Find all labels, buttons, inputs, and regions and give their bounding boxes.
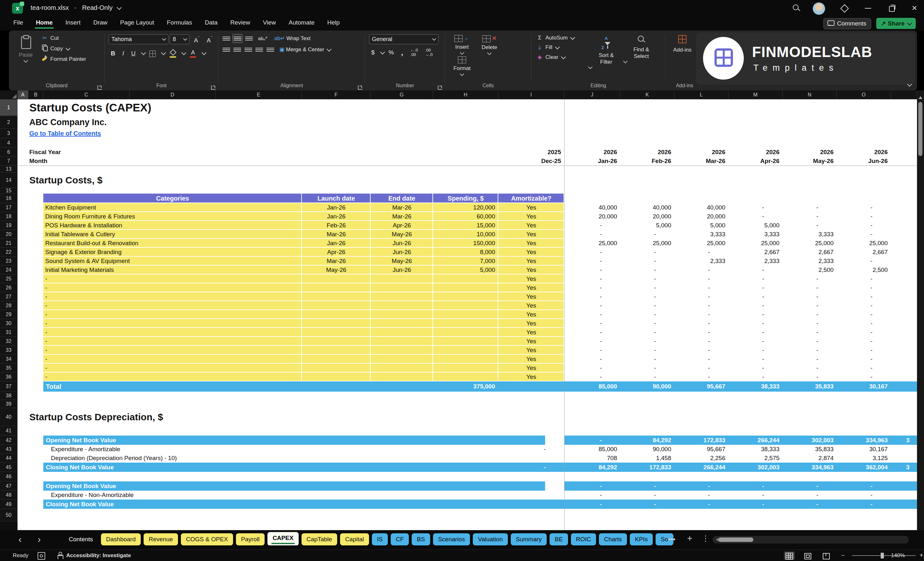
font-name-select[interactable]: Tahoma bbox=[109, 34, 168, 44]
wrap-text-button[interactable]: ab↵ Wrap Text bbox=[272, 34, 314, 43]
increase-indent-icon[interactable] bbox=[266, 45, 275, 54]
ribbon-tab-formulas[interactable]: Formulas bbox=[162, 16, 197, 28]
column-header-H[interactable]: H bbox=[433, 90, 498, 99]
normal-view-button[interactable] bbox=[784, 552, 795, 560]
align-bottom-icon[interactable] bbox=[244, 34, 254, 43]
sheet-tab-dashboard[interactable]: Dashboard bbox=[101, 533, 141, 545]
scroll-left-icon[interactable] bbox=[714, 538, 718, 542]
ribbon-tab-automate[interactable]: Automate bbox=[284, 16, 320, 28]
sheet-tab-cf[interactable]: CF bbox=[391, 533, 409, 545]
sheet-tab-payroll[interactable]: Payroll bbox=[236, 533, 265, 545]
sheet-tab-captable[interactable]: CapTable bbox=[302, 533, 337, 545]
next-sheet-icon[interactable]: › bbox=[38, 534, 41, 545]
select-all-corner[interactable] bbox=[0, 90, 18, 100]
alignment-dialog-launcher[interactable] bbox=[358, 86, 362, 90]
increase-font-icon[interactable]: Aˆ bbox=[191, 34, 202, 45]
row-header-43[interactable]: 43 bbox=[0, 445, 18, 454]
column-header-I[interactable]: I bbox=[498, 90, 564, 99]
copy-button[interactable]: Copy bbox=[39, 43, 87, 54]
row-header-20[interactable]: 20 bbox=[0, 230, 18, 239]
underline-button[interactable]: U bbox=[128, 49, 138, 58]
decrease-decimal-button[interactable]: .00→.0 bbox=[422, 47, 436, 58]
row-header-48[interactable]: 48 bbox=[0, 490, 18, 500]
accessibility-status[interactable]: Accessibility: Investigate bbox=[66, 552, 131, 559]
row-header-30[interactable]: 30 bbox=[0, 319, 18, 328]
sheet-tab-roic[interactable]: ROIC bbox=[571, 533, 596, 545]
row-header-29[interactable]: 29 bbox=[0, 310, 18, 319]
column-header-M[interactable]: M bbox=[729, 90, 783, 99]
autosum-button[interactable]: ΣAutoSum bbox=[535, 33, 589, 43]
borders-button[interactable] bbox=[147, 49, 159, 58]
paste-button[interactable]: Paste bbox=[12, 33, 39, 62]
row-header-37[interactable]: 37 bbox=[0, 381, 18, 392]
row-header-32[interactable]: 32 bbox=[0, 337, 18, 346]
row-header-40[interactable]: 40 bbox=[0, 408, 18, 426]
sheet-tab-summary[interactable]: Summary bbox=[511, 533, 547, 545]
addins-button[interactable]: Add-ins bbox=[669, 33, 696, 53]
format-painter-button[interactable]: Format Painter bbox=[39, 54, 87, 64]
sort-filter-button[interactable]: AZ Sort &Filter bbox=[589, 33, 624, 69]
row-header-2[interactable]: 2 bbox=[0, 116, 18, 129]
column-header-O[interactable]: O bbox=[837, 90, 891, 99]
orientation-icon[interactable]: ab⤢ bbox=[255, 34, 270, 43]
row-header-47[interactable]: 47 bbox=[0, 482, 18, 490]
row-header-18[interactable]: 18 bbox=[0, 212, 18, 221]
row-header-6[interactable]: 6 bbox=[0, 148, 18, 157]
new-sheet-icon[interactable]: + bbox=[687, 533, 692, 543]
fill-color-button[interactable] bbox=[167, 48, 179, 59]
percent-style-button[interactable]: % bbox=[386, 48, 397, 57]
search-icon[interactable] bbox=[792, 3, 802, 14]
row-header-42[interactable]: 42 bbox=[0, 435, 18, 445]
chevron-down-icon[interactable] bbox=[117, 5, 122, 10]
ribbon-tab-data[interactable]: Data bbox=[200, 16, 222, 28]
clipboard-dialog-launcher[interactable] bbox=[98, 86, 102, 90]
row-header-1[interactable]: 1 bbox=[0, 99, 18, 116]
row-header-25[interactable]: 25 bbox=[0, 274, 18, 284]
row-header-4[interactable]: 4 bbox=[0, 138, 18, 148]
column-header-partial[interactable] bbox=[891, 90, 917, 99]
scroll-up-icon[interactable] bbox=[919, 94, 922, 99]
sheet-tab-capital[interactable]: Capital bbox=[340, 533, 369, 545]
row-header-24[interactable]: 24 bbox=[0, 266, 18, 274]
toc-link[interactable]: Go to Table of Contents bbox=[29, 129, 189, 138]
align-middle-icon[interactable] bbox=[232, 34, 243, 43]
zoom-level[interactable]: 140% bbox=[891, 552, 905, 559]
sheet-tab-is[interactable]: IS bbox=[372, 533, 388, 545]
avatar[interactable] bbox=[813, 2, 825, 15]
row-header-17[interactable]: 17 bbox=[0, 203, 18, 212]
row-header-49[interactable]: 49 bbox=[0, 500, 18, 509]
sheet-tab-be[interactable]: BE bbox=[549, 533, 568, 545]
sheet-options-icon[interactable]: ⋮ bbox=[702, 534, 710, 543]
format-cells-button[interactable]: Format bbox=[448, 54, 476, 75]
decrease-font-icon[interactable]: Aˇ bbox=[204, 34, 215, 45]
bold-button[interactable]: B bbox=[108, 49, 118, 58]
align-right-icon[interactable] bbox=[244, 45, 253, 54]
clear-button[interactable]: ◈Clear bbox=[535, 52, 589, 62]
ribbon-tab-review[interactable]: Review bbox=[225, 16, 255, 28]
horizontal-scroll-thumb[interactable] bbox=[718, 537, 753, 542]
minimize-button[interactable] bbox=[864, 3, 874, 14]
row-header-22[interactable]: 22 bbox=[0, 248, 18, 256]
row-header-34[interactable]: 34 bbox=[0, 355, 18, 364]
comma-style-button[interactable]: , bbox=[398, 47, 406, 58]
row-header-13[interactable]: 13 bbox=[0, 165, 18, 172]
font-dialog-launcher[interactable] bbox=[211, 86, 216, 90]
row-header-27[interactable]: 27 bbox=[0, 292, 18, 301]
zoom-slider-thumb[interactable] bbox=[881, 553, 884, 558]
align-left-icon[interactable] bbox=[222, 45, 231, 54]
row-header-38[interactable]: 38 bbox=[0, 392, 18, 400]
column-header-L[interactable]: L bbox=[674, 90, 729, 99]
row-header-36[interactable]: 36 bbox=[0, 372, 18, 381]
row-header-28[interactable]: 28 bbox=[0, 301, 18, 310]
row-header-15[interactable]: 15 bbox=[0, 188, 18, 194]
font-color-button[interactable]: A bbox=[187, 48, 199, 59]
ribbon-tab-file[interactable]: File bbox=[8, 16, 28, 28]
row-header-50[interactable]: 50 bbox=[0, 509, 18, 522]
sheet-tab-charts[interactable]: Charts bbox=[599, 533, 627, 545]
sheet-tab-kpis[interactable]: KPIs bbox=[630, 533, 653, 545]
ribbon-tab-insert[interactable]: Insert bbox=[60, 16, 86, 28]
row-header-21[interactable]: 21 bbox=[0, 239, 18, 248]
ribbon-tab-help[interactable]: Help bbox=[322, 16, 345, 28]
macro-record-icon[interactable] bbox=[38, 552, 45, 560]
row-header-3[interactable]: 3 bbox=[0, 129, 18, 138]
